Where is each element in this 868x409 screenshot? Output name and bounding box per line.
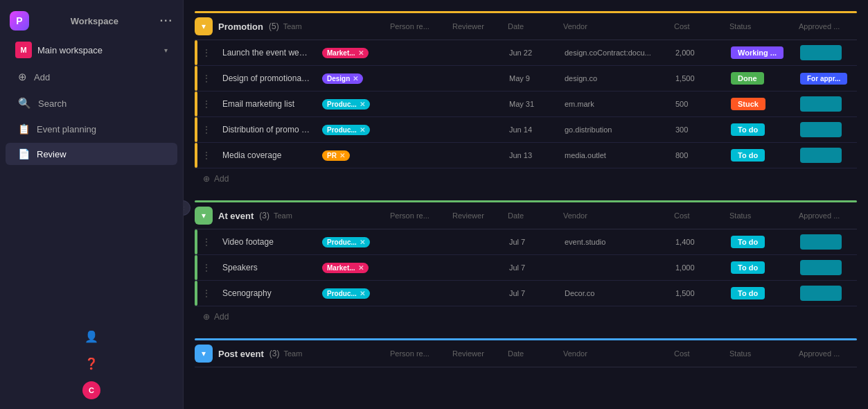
- drag-handle-icon[interactable]: ⋮: [197, 73, 215, 84]
- status-badge[interactable]: Stuck: [731, 98, 765, 110]
- task-reviewer: [448, 153, 504, 158]
- team-tag[interactable]: Produc... ✕: [322, 237, 370, 247]
- task-cost: 1,500: [670, 71, 725, 85]
- status-badge[interactable]: To do: [731, 236, 765, 248]
- table-row: ⋮ Scenography Produc... ✕ Jul 7 Decor.co…: [195, 281, 857, 306]
- table-row: ⋮ Video footage Produc... ✕ Jul 7 event.…: [195, 229, 857, 255]
- task-date: Jul 7: [504, 261, 559, 275]
- status-badge[interactable]: Working ...: [731, 46, 783, 59]
- task-name[interactable]: Design of promotional mat...: [217, 69, 317, 87]
- status-badge[interactable]: To do: [731, 149, 765, 162]
- task-name[interactable]: Launch the event website: [217, 44, 317, 62]
- promotion-title: Promotion: [218, 21, 263, 32]
- team-tag[interactable]: Produc... ✕: [322, 288, 370, 299]
- table-row: ⋮ Distribution of promo mate... Produc..…: [195, 117, 857, 143]
- approved-bar: [800, 96, 842, 112]
- sidebar-item-event-planning[interactable]: 📋 Event planning: [6, 118, 177, 140]
- task-approved: [795, 94, 857, 114]
- task-name[interactable]: Speakers: [217, 259, 317, 277]
- promotion-add-button[interactable]: ⊕ Add: [195, 168, 857, 189]
- task-reviewer: [448, 290, 504, 296]
- promotion-toggle-button[interactable]: ▾: [195, 17, 213, 35]
- status-badge[interactable]: Done: [731, 72, 764, 85]
- post-event-count: (3): [269, 349, 280, 358]
- table-row: ⋮ Media coverage PR ✕ Jun 13 media.outle…: [195, 143, 857, 168]
- task-approved: For appr...: [795, 70, 857, 87]
- team-tag[interactable]: Market... ✕: [322, 48, 369, 58]
- people-icon[interactable]: 👤: [0, 323, 183, 350]
- add-label: Add: [214, 174, 229, 184]
- at-event-count: (3): [259, 211, 269, 220]
- collapse-toggle-button[interactable]: ‹: [184, 200, 191, 216]
- team-tag[interactable]: Design ✕: [322, 73, 363, 84]
- approved-badge[interactable]: For appr...: [800, 73, 847, 85]
- drag-handle-icon[interactable]: ⋮: [197, 150, 215, 161]
- approved-bar: [800, 286, 842, 301]
- task-date: Jul 7: [504, 286, 559, 300]
- team-tag[interactable]: Market... ✕: [322, 263, 369, 273]
- drag-handle-icon[interactable]: ⋮: [197, 98, 215, 110]
- task-vendor: Decor.co: [559, 286, 670, 300]
- section-at-event: ▾ At event (3) Team Person re... Reviewe…: [195, 200, 857, 327]
- task-status: Working ...: [725, 44, 795, 62]
- task-vendor: design.coContract:docu...: [559, 46, 670, 60]
- status-badge[interactable]: To do: [731, 261, 765, 274]
- col-date: Date: [504, 209, 559, 223]
- team-tag[interactable]: Produc... ✕: [322, 125, 370, 135]
- promotion-header: ▾ Promotion (5) Team Person re... Review…: [195, 13, 857, 40]
- task-team: Design ✕: [317, 71, 386, 87]
- at-event-add-button[interactable]: ⊕ Add: [195, 306, 857, 327]
- drag-handle-icon[interactable]: ⋮: [197, 262, 215, 273]
- review-label: Review: [37, 149, 67, 159]
- task-status: Stuck: [725, 95, 795, 113]
- task-date: May 31: [504, 97, 559, 111]
- col-team: Team: [279, 347, 386, 360]
- main-workspace-row[interactable]: M Main workspace ▾: [6, 37, 177, 62]
- task-person: [386, 153, 448, 158]
- approved-bar: [800, 148, 842, 163]
- at-event-toggle-button[interactable]: ▾: [195, 207, 213, 225]
- task-date: Jun 22: [504, 46, 559, 60]
- col-team: Team: [279, 19, 386, 33]
- add-row[interactable]: ⊕ Add: [6, 65, 177, 89]
- task-name[interactable]: Video footage: [217, 233, 317, 251]
- task-person: [386, 265, 448, 270]
- col-approved: Approved ...: [795, 347, 857, 360]
- task-name[interactable]: Media coverage: [217, 146, 317, 164]
- search-row[interactable]: 🔍 Search: [6, 92, 177, 115]
- task-person: [386, 76, 448, 81]
- col-cost: Cost: [670, 347, 725, 360]
- status-badge[interactable]: To do: [731, 287, 765, 299]
- event-planning-icon: 📋: [18, 123, 30, 134]
- table-row: ⋮ Email marketing list Produc... ✕ May 3…: [195, 92, 857, 117]
- task-cost: 2,000: [670, 46, 725, 60]
- task-person: [386, 290, 448, 296]
- post-event-toggle-button[interactable]: ▾: [195, 345, 213, 363]
- chevron-down-icon: ▾: [164, 46, 168, 54]
- drag-handle-icon[interactable]: ⋮: [197, 236, 215, 247]
- table-row: ⋮ Launch the event website Market... ✕ J…: [195, 40, 857, 66]
- col-status: Status: [725, 347, 795, 360]
- col-date: Date: [504, 19, 559, 33]
- team-tag[interactable]: Produc... ✕: [322, 99, 370, 110]
- sidebar-item-review[interactable]: 📄 Review: [6, 143, 177, 165]
- workspace-menu-icon[interactable]: ···: [160, 15, 173, 27]
- task-name[interactable]: Email marketing list: [217, 95, 317, 113]
- drag-handle-icon[interactable]: ⋮: [197, 47, 215, 58]
- col-reviewer: Reviewer: [448, 19, 504, 33]
- help-icon[interactable]: ❓: [0, 350, 183, 377]
- workspace-title: Workspace: [71, 16, 118, 26]
- task-vendor: [559, 265, 670, 270]
- main-content: ‹ ▾ Promotion (5) Team Person re... Revi…: [184, 0, 868, 409]
- task-approved: [795, 232, 857, 252]
- sidebar-header: P Workspace ···: [0, 6, 183, 36]
- task-status: To do: [725, 121, 795, 139]
- task-name[interactable]: Scenography: [217, 284, 317, 302]
- task-name[interactable]: Distribution of promo mate...: [217, 121, 317, 139]
- user-avatar[interactable]: C: [82, 381, 100, 399]
- team-tag[interactable]: PR ✕: [322, 150, 350, 161]
- task-reviewer: [448, 239, 504, 245]
- status-badge[interactable]: To do: [731, 123, 765, 136]
- drag-handle-icon[interactable]: ⋮: [197, 288, 215, 299]
- drag-handle-icon[interactable]: ⋮: [197, 124, 215, 135]
